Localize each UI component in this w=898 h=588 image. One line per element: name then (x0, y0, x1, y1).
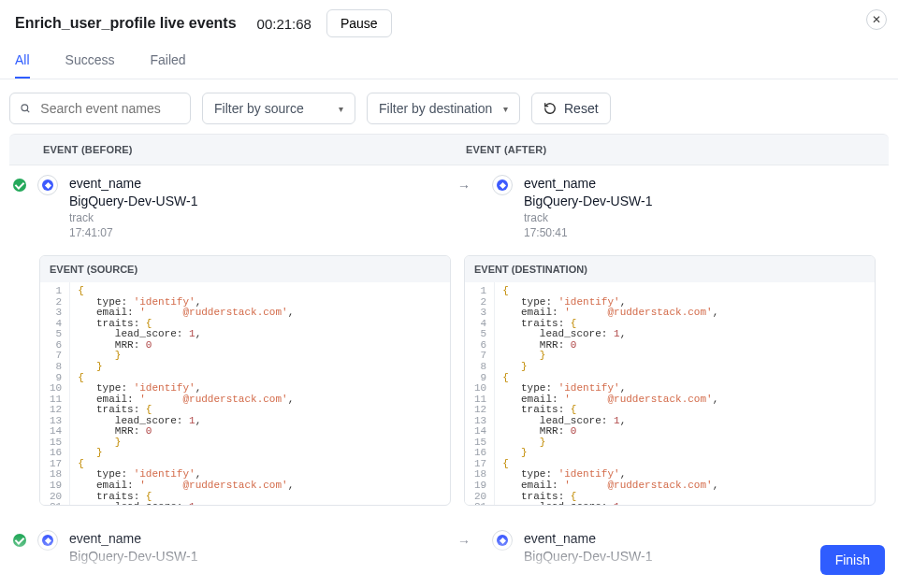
status-success-icon (13, 179, 26, 192)
code-content: { type: 'identify', email: ' @rudderstac… (70, 282, 450, 505)
pause-button[interactable]: Pause (326, 9, 392, 37)
event-name: event_name (524, 530, 652, 548)
status-success-icon (13, 534, 26, 547)
destination-icon (492, 175, 513, 195)
event-type: track (524, 210, 652, 225)
line-gutter: 1 2 3 4 5 6 7 8 9 10 11 12 13 14 15 16 1… (40, 282, 70, 505)
svg-line-1 (27, 110, 29, 112)
events-scroll[interactable]: EVENT (BEFORE) EVENT (AFTER) event_name … (0, 134, 898, 588)
finish-button[interactable]: Finish (820, 545, 885, 575)
filter-bar: Filter by source ▾ Filter by destination… (0, 79, 898, 134)
event-code-wrap: EVENT (SOURCE) 1 2 3 4 5 6 7 8 9 10 11 1… (0, 255, 898, 521)
reset-label: Reset (564, 101, 599, 116)
code-content: { type: 'identify', email: ' @rudderstac… (495, 282, 875, 505)
tab-failed[interactable]: Failed (150, 52, 185, 79)
timer: 00:21:68 (257, 16, 311, 32)
event-name: event_name (524, 175, 652, 193)
tab-success[interactable]: Success (65, 52, 115, 79)
event-source-panel: EVENT (SOURCE) 1 2 3 4 5 6 7 8 9 10 11 1… (39, 255, 451, 506)
event-after-meta: event_name BigQuery-Dev-USW-1 (524, 530, 652, 566)
filter-destination-label: Filter by destination (379, 101, 492, 116)
event-row[interactable]: event_name BigQuery-Dev-USW-1 → event_na… (0, 521, 898, 581)
svg-point-0 (22, 105, 28, 111)
event-name: event_name (69, 530, 197, 548)
tabs: All Success Failed (0, 41, 898, 79)
event-row[interactable]: event_name BigQuery-Dev-USW-1 track 17:4… (0, 165, 898, 255)
close-icon[interactable]: ✕ (866, 9, 887, 30)
filter-source-select[interactable]: Filter by source ▾ (202, 93, 355, 124)
search-icon (20, 102, 31, 115)
event-before-meta: event_name BigQuery-Dev-USW-1 (69, 530, 197, 566)
event-destination: BigQuery-Dev-USW-1 (69, 193, 197, 210)
event-source-header: EVENT (SOURCE) (40, 256, 450, 282)
source-icon (37, 175, 58, 195)
event-before-meta: event_name BigQuery-Dev-USW-1 track 17:4… (69, 175, 197, 240)
event-destination: BigQuery-Dev-USW-1 (524, 548, 652, 566)
event-source-body[interactable]: 1 2 3 4 5 6 7 8 9 10 11 12 13 14 15 16 1… (40, 282, 450, 505)
tab-all[interactable]: All (15, 52, 30, 79)
event-time: 17:41:07 (69, 225, 197, 240)
event-destination-header: EVENT (DESTINATION) (465, 256, 875, 282)
event-name: event_name (69, 175, 197, 193)
search-input-wrapper[interactable] (9, 93, 191, 124)
event-columns-header: EVENT (BEFORE) EVENT (AFTER) (9, 134, 889, 165)
filter-destination-select[interactable]: Filter by destination ▾ (367, 93, 520, 124)
search-input[interactable] (38, 100, 181, 117)
col-before: EVENT (BEFORE) (9, 135, 456, 165)
col-after: EVENT (AFTER) (456, 135, 889, 165)
event-destination-panel: EVENT (DESTINATION) 1 2 3 4 5 6 7 8 9 10… (464, 255, 876, 506)
page-title: Enrich_user_profile live events (15, 15, 237, 32)
event-type: track (69, 210, 197, 225)
arrow-right-icon: → (447, 179, 481, 194)
topbar: Enrich_user_profile live events 00:21:68… (0, 0, 898, 41)
event-destination-body[interactable]: 1 2 3 4 5 6 7 8 9 10 11 12 13 14 15 16 1… (465, 282, 875, 505)
line-gutter: 1 2 3 4 5 6 7 8 9 10 11 12 13 14 15 16 1… (465, 282, 495, 505)
chevron-down-icon: ▾ (339, 104, 343, 114)
event-destination: BigQuery-Dev-USW-1 (69, 548, 197, 566)
event-destination: BigQuery-Dev-USW-1 (524, 193, 652, 210)
arrow-right-icon: → (447, 534, 481, 549)
filter-source-label: Filter by source (214, 101, 304, 116)
event-time: 17:50:41 (524, 225, 652, 240)
destination-icon (492, 530, 513, 551)
source-icon (37, 530, 58, 551)
reset-button[interactable]: Reset (531, 93, 611, 124)
chevron-down-icon: ▾ (503, 104, 508, 114)
event-after-meta: event_name BigQuery-Dev-USW-1 track 17:5… (524, 175, 652, 240)
reset-icon (543, 102, 557, 115)
